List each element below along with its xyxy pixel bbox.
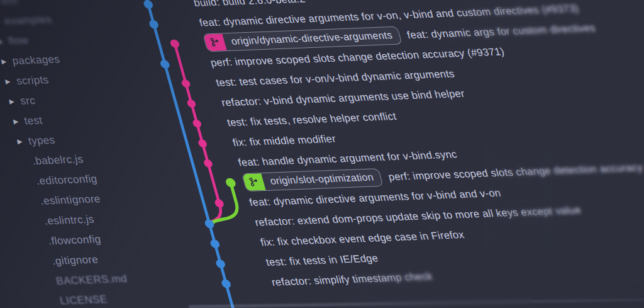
sidebar-item-label: .editorconfig <box>35 173 98 188</box>
sidebar-item-label: .eslintrc.js <box>43 214 95 228</box>
commit-node[interactable] <box>215 260 226 268</box>
commit-node[interactable] <box>203 159 214 168</box>
commit-message: feat: dynamic args for custom directives <box>406 21 597 40</box>
commit-message: build: build 2.6.0-beta.2 <box>192 0 307 9</box>
commit-message: refactor: v-bind dynamic arguments use b… <box>220 87 466 108</box>
sidebar-item-label: packages <box>11 53 61 67</box>
commit-message: test: fix tests in IE/Edge <box>265 252 380 268</box>
sidebar-item-label: test <box>23 115 44 128</box>
commit-message: test: fix tests, resolve helper conflict <box>226 110 398 128</box>
commit-node[interactable] <box>192 119 203 127</box>
chevron-right-icon: ▶ <box>0 38 4 45</box>
branch-name: origin/slot-optimization <box>262 171 382 187</box>
sidebar-item-label: examples <box>3 13 53 28</box>
commit-message: fix: fix middle modifier <box>231 132 337 148</box>
commit-message: fix: fix checkbox event edge case in Fir… <box>259 229 465 248</box>
commit-node[interactable] <box>209 239 221 248</box>
commit-node[interactable] <box>148 20 160 28</box>
chevron-right-icon: ▶ <box>0 59 9 65</box>
sidebar-item-label: .gitignore <box>51 253 99 268</box>
chevron-right-icon: ▶ <box>15 139 25 145</box>
commit-node[interactable] <box>143 0 154 9</box>
branch-name: origin/dynamic-directive-arguments <box>223 30 401 47</box>
commit-node[interactable] <box>186 100 197 108</box>
commit-node[interactable] <box>225 178 236 187</box>
sidebar-item-label: .babelrc.js <box>31 153 84 168</box>
sidebar-item-label: src <box>19 94 37 108</box>
commit-node[interactable] <box>180 79 191 88</box>
commit-node[interactable] <box>159 60 170 69</box>
sidebar-item-label: dist <box>0 0 19 8</box>
tilted-screenshot-scene: ▶dist ▶examples ▶flow ▶packages ▶scripts… <box>0 0 644 308</box>
sidebar-item-label: scripts <box>15 74 50 88</box>
sidebar-item-label: .flowconfig <box>47 233 103 248</box>
commit-node[interactable] <box>197 139 208 147</box>
sidebar-item-label: LICENSE <box>59 294 109 308</box>
chevron-right-icon: ▶ <box>11 118 21 125</box>
sidebar-item-label: .eslintignore <box>39 193 101 208</box>
sidebar-item-label: types <box>27 134 56 147</box>
chevron-right-icon: ▶ <box>3 78 13 84</box>
commit-node[interactable] <box>221 279 232 288</box>
sidebar-item-label: BACKERS.md <box>55 273 128 288</box>
commit-node[interactable] <box>169 39 180 48</box>
commit-message: refactor: simplify timestamp check <box>270 270 433 288</box>
chevron-right-icon: ▶ <box>0 18 1 25</box>
chevron-right-icon: ▶ <box>8 98 17 105</box>
sidebar-item-label: flow <box>8 34 30 47</box>
commit-node[interactable] <box>214 199 225 208</box>
